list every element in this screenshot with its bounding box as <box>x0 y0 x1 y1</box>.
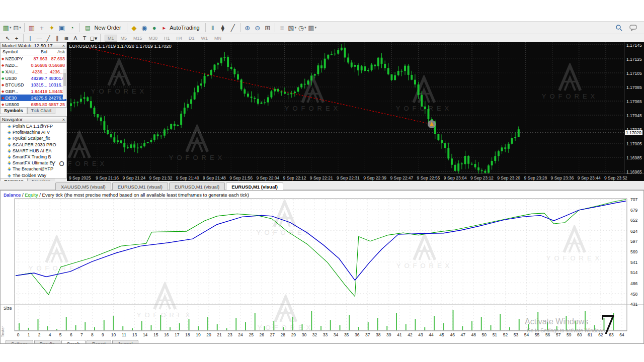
market-watch-row[interactable]: ◆US3048299.748301.0 <box>1 75 66 81</box>
tester-tab-report[interactable]: Report <box>87 340 111 344</box>
tester-tab-results[interactable]: Results <box>34 340 60 344</box>
expert-advisors-icon[interactable]: ◆ <box>130 23 139 33</box>
navigator-item[interactable]: ◈The Golden Way <box>1 172 66 178</box>
dropdown-caret-icon[interactable]: ▾ <box>10 26 12 30</box>
navigator-item[interactable]: ◈SmartFX Ultimate E <box>1 160 66 166</box>
timeframe-button-d1[interactable]: D1 <box>186 35 198 42</box>
symbol-name: XAU... <box>5 69 18 74</box>
indicators-icon[interactable]: ≡ <box>278 23 287 33</box>
time-axis-label: 9 Sep 22:12 <box>283 175 306 180</box>
new-order-icon[interactable]: ▤New Order <box>82 23 124 33</box>
templates-icon[interactable]: ◷▾ <box>298 23 307 33</box>
navigator-item[interactable]: ◈SmartFX Trading B <box>1 154 66 160</box>
down-arrow-icon: ◆ <box>2 63 4 67</box>
text-icon[interactable]: A <box>71 35 79 42</box>
scripts-icon[interactable]: ◉ <box>140 23 149 33</box>
chart-tab[interactable]: EURUSD,M1 (visual) <box>112 183 168 190</box>
time-axis-label: 9 Sep 2025 <box>69 175 91 180</box>
timeframe-button-h1[interactable]: H1 <box>161 35 173 42</box>
timeframe-button-m30[interactable]: M30 <box>146 35 161 42</box>
label-icon[interactable]: T <box>80 35 89 42</box>
dropdown-caret-icon[interactable]: ▾ <box>95 35 98 41</box>
market-watch-row[interactable]: ◆NZDJPY87.66387.693 <box>1 55 66 62</box>
timeframe-button-m5[interactable]: M5 <box>118 35 130 42</box>
tester-x-label: 26 <box>259 332 264 337</box>
dropdown-caret-icon[interactable]: ▾ <box>304 26 306 30</box>
fibonacci-icon[interactable]: ≋ <box>62 35 70 42</box>
tester-tab-journal[interactable]: Journal <box>112 340 138 344</box>
news-icon[interactable]: ● <box>150 23 159 33</box>
candlestick-icon[interactable]: ⧫ <box>218 23 227 33</box>
tester-axis-label: 652 <box>630 218 637 223</box>
market-watch-icon[interactable]: ▥ <box>27 23 36 33</box>
dropdown-caret-icon[interactable]: ▾ <box>315 26 317 30</box>
market-watch-row[interactable]: ◆GBP...1.844191.84453 <box>1 88 66 95</box>
close-icon[interactable]: × <box>62 43 65 48</box>
shapes-icon[interactable]: ◻▾ <box>90 35 98 42</box>
equity-label: Equity <box>25 192 38 198</box>
navigator-item[interactable]: ◈SMART HUB AI EA <box>1 148 66 154</box>
tab-tick-chart[interactable]: Tick Chart <box>27 108 56 114</box>
time-axis-label: 9 Sep 22:47 <box>390 175 413 180</box>
chart-tab[interactable]: EURUSD,M1 (visual) <box>226 183 283 190</box>
new-chart-icon[interactable]: ▦▾ <box>3 23 12 33</box>
toolbar-separator <box>79 23 79 32</box>
candlestick-chart[interactable] <box>67 42 624 173</box>
navigator-item[interactable]: ◈Ryukai Scalper_fix <box>1 135 66 141</box>
data-window-icon[interactable]: + <box>37 23 46 33</box>
down-arrow-icon: ◆ <box>2 96 4 100</box>
close-icon[interactable]: × <box>62 117 65 122</box>
market-watch-row[interactable]: ◆BTCUSD10315...10316... <box>1 81 66 88</box>
market-watch-row[interactable]: ◆US5006856.806857.25 <box>1 101 66 108</box>
tab-symbols[interactable]: Symbols <box>0 108 27 114</box>
price-axis-label: 1.17065 <box>626 99 642 104</box>
navigator-icon[interactable]: ✦ <box>47 23 56 33</box>
timeframe-button-w1[interactable]: W1 <box>198 35 211 42</box>
tile-windows-icon[interactable]: ⊞ <box>263 23 272 33</box>
strategy-tester-icon[interactable]: ◔ <box>67 23 76 33</box>
zoom-in-icon[interactable]: ⊕ <box>243 23 252 33</box>
arrange-icon[interactable]: ▦▾ <box>308 23 317 33</box>
channel-icon[interactable]: ∥ <box>53 35 61 42</box>
terminal-icon[interactable]: ▣ <box>57 23 66 33</box>
search-icon[interactable] <box>614 23 623 33</box>
market-watch-row[interactable]: ◆NZD...0.566860.56698 <box>1 62 66 68</box>
cursor-icon[interactable]: ↖ <box>4 35 12 42</box>
main-chart[interactable]: YOFOREXYOFOREXYOFOREXYOFOREXYOFOREXYOFOR… <box>67 42 644 181</box>
trendline-icon[interactable]: ╱ <box>44 35 52 42</box>
tester-panel[interactable]: YOFOREXYOFOREXYOFOREXYOFOREXYOFOREXYOFOR… <box>0 190 644 344</box>
zoom-out-icon[interactable]: ⊖ <box>253 23 262 33</box>
chart-tab[interactable]: XAUUSD,M5 (visual) <box>55 183 111 190</box>
crosshair-icon[interactable]: + <box>13 35 21 42</box>
chat-icon[interactable] <box>628 23 637 33</box>
line-chart-icon[interactable]: ╱ <box>228 23 237 33</box>
timeframe-button-mn[interactable]: MN <box>211 35 224 42</box>
vertical-line-icon[interactable]: | <box>26 35 34 42</box>
market-watch-scrollbar[interactable] <box>63 69 66 99</box>
col-symbol: Symbol <box>1 49 30 54</box>
navigator-item[interactable]: ◈The Breacher@YFP <box>1 166 66 172</box>
navigator-item-label: Polish EA 1.1@YFP <box>13 124 53 129</box>
horizontal-line-icon[interactable]: — <box>35 35 43 42</box>
bar-chart-icon[interactable]: ‖ <box>208 23 217 33</box>
autotrading-icon[interactable]: ▸AutoTrading <box>160 23 203 33</box>
periods-icon[interactable]: ▧▾ <box>288 23 297 33</box>
chart-ohlc-header: EURUSD,M1 1.17019 1.17028 1.17019 1.1702… <box>69 43 172 49</box>
navigator-item[interactable]: ◈ProfitMachine AI V <box>1 129 66 135</box>
timeframe-button-h4[interactable]: H4 <box>174 35 186 42</box>
bid-value: 24275.5 <box>30 96 48 101</box>
timeframe-button-m15[interactable]: M15 <box>130 35 145 42</box>
market-watch-row[interactable]: ◆XAU...4236....4236.... <box>1 68 66 75</box>
timeframe-button-m1[interactable]: M1 <box>105 35 117 42</box>
dropdown-caret-icon[interactable]: ▾ <box>19 26 21 30</box>
market-watch-row[interactable]: ◆DE3024275.524276.6 <box>1 95 66 101</box>
tester-tab-settings[interactable]: Settings <box>6 340 33 344</box>
dropdown-caret-icon[interactable]: ▾ <box>295 26 297 30</box>
chart-tab[interactable]: EURUSD,M1 (visual) <box>169 183 225 190</box>
tester-tab-graph[interactable]: Graph <box>61 340 86 344</box>
navigator-item[interactable]: ◈SCALPER 2030 PRO <box>1 142 66 148</box>
navigator-item[interactable]: ◈Polish EA 1.1@YFP <box>1 123 66 129</box>
profiles-icon[interactable]: ⊟▾ <box>13 23 22 33</box>
ask-value: 0.56698 <box>48 63 66 68</box>
expert-advisor-icon: ◈ <box>8 130 11 135</box>
